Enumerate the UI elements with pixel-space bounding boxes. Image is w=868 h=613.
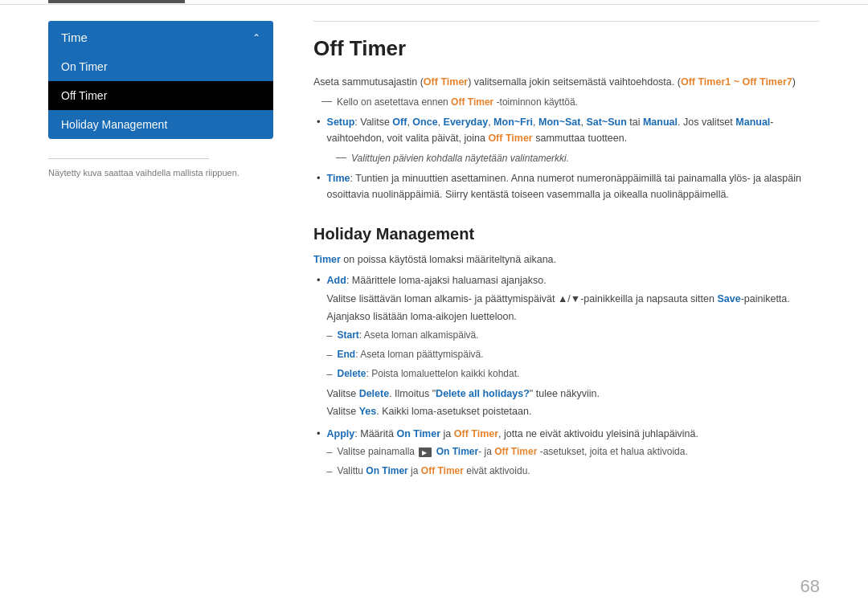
sidebar: Time ⌃ On Timer Off Timer Holiday Manage… bbox=[0, 5, 281, 613]
setup-sub-note: — Valittujen päivien kohdalla näytetään … bbox=[336, 151, 820, 166]
add-sub4: Valitse Yes. Kaikki loma-asetukset poist… bbox=[327, 403, 790, 419]
sidebar-item-on-timer[interactable]: On Timer bbox=[48, 52, 273, 81]
off-timer-note1: — Kello on asetettava ennen Off Timer -t… bbox=[321, 95, 820, 109]
note-dash-1: — bbox=[321, 95, 332, 107]
chevron-up-icon: ⌃ bbox=[252, 32, 260, 43]
sidebar-divider bbox=[48, 158, 209, 159]
sidebar-menu: Time ⌃ On Timer Off Timer Holiday Manage… bbox=[48, 21, 273, 139]
sidebar-item-holiday-management[interactable]: Holiday Management bbox=[48, 110, 273, 139]
bullet-apply: • Apply: Määritä On Timer ja Off Timer, … bbox=[317, 426, 820, 483]
add-sub1: Valitse lisättävän loman alkamis- ja pää… bbox=[327, 291, 790, 307]
sidebar-item-off-timer[interactable]: Off Timer bbox=[48, 81, 273, 110]
holiday-intro: Timer on poissa käytöstä lomaksi määrite… bbox=[313, 251, 820, 268]
add-sub3: Valitse Delete. Ilmoitus "Delete all hol… bbox=[327, 386, 790, 402]
bullet-add: • Add: Määrittele loma-ajaksi haluamasi … bbox=[317, 272, 820, 419]
bullet-dot-time: • bbox=[317, 170, 321, 187]
top-divider bbox=[313, 21, 820, 22]
section-off-timer: Off Timer Aseta sammutusajastin (Off Tim… bbox=[313, 36, 820, 202]
add-end-note: – End: Aseta loman päättymispäivä. bbox=[327, 347, 790, 363]
bullet-setup: • Setup: Valitse Off, Once, Everyday, Mo… bbox=[317, 114, 820, 146]
page-number: 68 bbox=[800, 576, 820, 597]
icon-apply-small bbox=[419, 447, 432, 457]
bullet-dot-apply: • bbox=[317, 426, 321, 443]
holiday-management-title: Holiday Management bbox=[313, 225, 820, 243]
bullet-dot-setup: • bbox=[317, 114, 321, 131]
off-timer-bullets: • Setup: Valitse Off, Once, Everyday, Mo… bbox=[313, 114, 820, 202]
off-timer-title: Off Timer bbox=[313, 36, 820, 61]
add-start-note: – Start: Aseta loman alkamispäivä. bbox=[327, 328, 790, 344]
setup-sub-note-dash: — bbox=[336, 151, 346, 163]
sidebar-header[interactable]: Time ⌃ bbox=[48, 21, 273, 52]
off-timer-inline-bold: Off Timer bbox=[424, 76, 468, 88]
add-delete-note: – Delete: Poista lomaluettelon kaikki ko… bbox=[327, 366, 790, 382]
add-sub2: Ajanjakso lisätään loma-aikojen luettelo… bbox=[327, 309, 790, 325]
sidebar-title: Time bbox=[61, 31, 88, 44]
apply-sub1: – Valitse painamalla On Timer- ja Off Ti… bbox=[327, 444, 698, 460]
off-timer-range: Off Timer1 ~ Off Timer7 bbox=[681, 76, 792, 88]
off-timer-intro: Aseta sammutusajastin (Off Timer) valits… bbox=[313, 74, 820, 90]
main-content: Off Timer Aseta sammutusajastin (Off Tim… bbox=[281, 5, 868, 613]
top-bar-accent bbox=[48, 0, 185, 3]
bullet-dot-add: • bbox=[317, 272, 321, 289]
bullet-time: • Time: Tuntien ja minuuttien asettamine… bbox=[317, 170, 820, 202]
sidebar-note: Näytetty kuva saattaa vaihdella mallista… bbox=[48, 167, 241, 179]
apply-sub2: – Valittu On Timer ja Off Timer eivät ak… bbox=[327, 464, 698, 480]
section-holiday-management: Holiday Management Timer on poissa käytö… bbox=[313, 225, 820, 483]
